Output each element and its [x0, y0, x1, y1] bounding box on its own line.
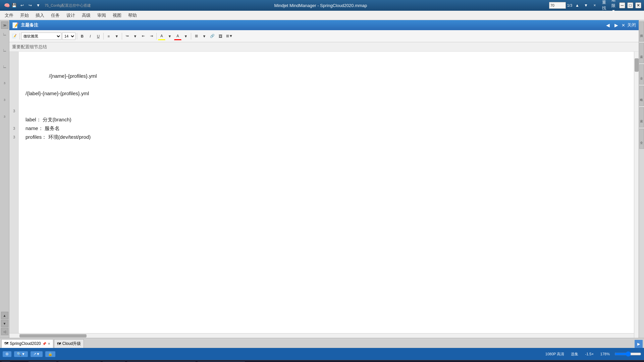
- redo-button[interactable]: ↪: [26, 2, 34, 9]
- highlight-button[interactable]: A: [158, 32, 165, 40]
- status-lock-button[interactable]: 🔒: [45, 351, 55, 357]
- tab-label-2: Cloud升级: [62, 341, 81, 347]
- horizontal-scrollbar[interactable]: [9, 333, 634, 338]
- content-line-3: [25, 80, 627, 89]
- align-dropdown-button[interactable]: ▼: [113, 32, 120, 40]
- collapse-panel-button[interactable]: ≫: [1, 21, 8, 29]
- note-content-body[interactable]: /{name}-{profiles}.yml /{label}-{name}-{…: [19, 52, 634, 333]
- line-num-5: [9, 89, 19, 98]
- line-num-8: [9, 115, 19, 124]
- search-prev-button[interactable]: ▲: [574, 2, 581, 9]
- tab-right-controls: ▶: [635, 340, 643, 348]
- status-share-button[interactable]: ↗▼: [31, 351, 43, 357]
- search-close-button[interactable]: ×: [591, 2, 598, 9]
- link-button[interactable]: 🔗: [209, 32, 216, 40]
- menu-view[interactable]: 视图: [109, 12, 125, 19]
- toolbar-sep-4: [122, 33, 122, 40]
- content-line-5: [25, 107, 627, 115]
- right-tab-5[interactable]: 索: [639, 107, 644, 127]
- note-prev-button[interactable]: ◀: [605, 22, 611, 28]
- status-icon-button[interactable]: ⚙: [3, 351, 11, 357]
- menu-design[interactable]: 设计: [63, 12, 78, 19]
- underline-button[interactable]: U: [95, 32, 102, 40]
- content-line-2: [25, 63, 627, 72]
- indent-increase-button[interactable]: ⇥: [148, 32, 155, 40]
- list-button[interactable]: ≔: [123, 32, 131, 40]
- zoom-slider[interactable]: [614, 351, 641, 357]
- title-search-input[interactable]: [549, 2, 566, 9]
- left-expand-button[interactable]: ▲: [1, 312, 8, 319]
- status-filter-button[interactable]: 🔍▼: [14, 351, 28, 357]
- undo-button[interactable]: ↩: [18, 2, 26, 9]
- note-content-row: 3 3 3 /{name}-{profiles}.yml /{label}-{n…: [9, 52, 634, 333]
- font-color-dropdown-button[interactable]: ▼: [182, 32, 190, 40]
- indent-decrease-button[interactable]: ⇤: [140, 32, 147, 40]
- image-button[interactable]: 🖼: [217, 32, 224, 40]
- left-collapse-panel: ≫ ..I ..I ..I 3 3 3 ▲ ▼ ◁: [0, 20, 9, 338]
- tab-springcloud2020[interactable]: 🗺 SpringCloud2020 📌 ✕: [1, 339, 53, 348]
- statusbar-left: ⚙ 🔍▼ ↗▼ 🔒: [3, 351, 55, 357]
- menubar: 文件 开始 插入 任务 设计 高级 审阅 视图 帮助: [0, 11, 644, 20]
- menu-help[interactable]: 帮助: [125, 12, 140, 19]
- note-header-left: 📝 主题备注: [12, 22, 38, 28]
- zoom-label: 178%: [598, 351, 612, 357]
- menu-start[interactable]: 开始: [17, 12, 32, 19]
- right-tab-6[interactable]: 全: [639, 129, 644, 149]
- h-scroll-thumb[interactable]: [19, 334, 87, 338]
- recheck-button[interactable]: 重找: [600, 2, 608, 9]
- search-wrap: 1/3 ▲ ▼ ×: [549, 2, 598, 9]
- left-collapse-button[interactable]: ▼: [1, 320, 8, 327]
- table-dropdown-button[interactable]: ▼: [201, 32, 208, 40]
- note-close-x-button[interactable]: ✕: [622, 23, 625, 28]
- note-toolbar: 📝 微软雅黑 14 B I U ≡ ▼ ≔ ▼ ⇤ ⇥ A ▼ A ▼: [9, 30, 639, 42]
- titlebar: 🧠 💾 ↩ ↪ ▼ 75_Config配置总控中心搭建 Mindjet Mind…: [0, 0, 644, 11]
- note-body-wrap: 3 3 3 /{name}-{profiles}.yml /{label}-{n…: [9, 52, 634, 338]
- right-tab-2[interactable]: 索: [639, 43, 644, 63]
- statusbar-right: 1080P 高清 选集 -1.5× 178%: [543, 351, 641, 357]
- size-select[interactable]: 14: [62, 33, 75, 40]
- qa-more-button[interactable]: ▼: [35, 2, 42, 9]
- highlight-dropdown-button[interactable]: ▼: [166, 32, 173, 40]
- tab-cloud-upgrade[interactable]: 🗺 Cloud升级: [54, 339, 84, 348]
- app-name-label: 75_Config配置总控中心搭建: [43, 3, 91, 8]
- menu-task[interactable]: 任务: [48, 12, 63, 19]
- close-window-button[interactable]: ✕: [635, 2, 641, 8]
- note-scroll-wrapper: 3 3 3 /{name}-{profiles}.yml /{label}-{n…: [9, 52, 639, 338]
- v-scroll-thumb[interactable]: [635, 58, 639, 72]
- content-line-profiles: profiles： 环境(dev/test/prod): [25, 133, 627, 141]
- vertical-scrollbar[interactable]: [634, 52, 639, 338]
- right-tab-4[interactable]: 略: [639, 86, 644, 106]
- minimize-button[interactable]: ─: [619, 2, 625, 8]
- note-icon-button[interactable]: 📝: [11, 32, 18, 40]
- table-button[interactable]: ⊞: [193, 32, 200, 40]
- tab-close-1[interactable]: ✕: [48, 342, 50, 346]
- right-sidebar: 摘 索 全 略 索 全: [639, 20, 644, 338]
- menu-advanced[interactable]: 高级: [78, 12, 94, 19]
- align-left-button[interactable]: ≡: [105, 32, 112, 40]
- note-next-button[interactable]: ▶: [613, 22, 620, 28]
- left-arrow-button[interactable]: ◁: [1, 328, 8, 335]
- note-summary-text: 重要配置细节总结: [12, 44, 47, 50]
- menu-insert[interactable]: 插入: [32, 12, 48, 19]
- menu-review[interactable]: 审阅: [94, 12, 109, 19]
- right-tab-3[interactable]: 全: [639, 64, 644, 84]
- font-select[interactable]: 微软雅黑: [21, 33, 61, 40]
- save-button[interactable]: 💾: [10, 2, 18, 9]
- tab-icon-1: 🗺: [4, 341, 8, 346]
- right-tab-1[interactable]: 摘: [639, 21, 644, 42]
- font-color-button[interactable]: A: [174, 32, 181, 40]
- select-label: 选集: [569, 351, 580, 357]
- options-button[interactable]: 期限▼: [610, 2, 617, 9]
- maximize-button[interactable]: □: [627, 2, 633, 8]
- line-numbers-area: 3 3 3: [9, 52, 19, 333]
- list-dropdown-button[interactable]: ▼: [131, 32, 139, 40]
- note-close-label-button[interactable]: 关闭: [627, 22, 636, 28]
- tab-pin-1[interactable]: 📌: [42, 342, 46, 346]
- italic-button[interactable]: I: [87, 32, 94, 40]
- search-next-button[interactable]: ▼: [582, 2, 590, 9]
- menu-file[interactable]: 文件: [1, 12, 17, 19]
- line-num-4: [9, 80, 19, 89]
- bold-button[interactable]: B: [78, 32, 86, 40]
- new-tab-button[interactable]: ▶: [635, 340, 643, 348]
- more-button[interactable]: ⊞▼: [225, 32, 234, 40]
